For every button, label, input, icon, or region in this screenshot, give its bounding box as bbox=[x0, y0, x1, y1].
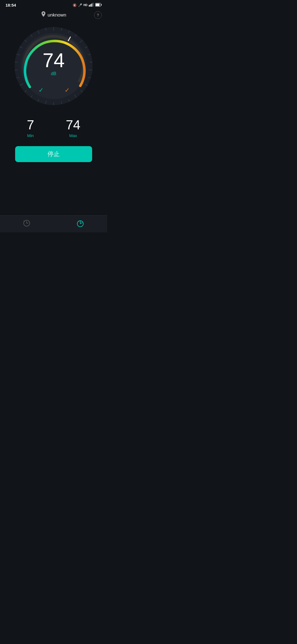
max-stat: 74 Max bbox=[66, 118, 80, 138]
svg-rect-3 bbox=[93, 3, 94, 7]
svg-rect-2 bbox=[91, 4, 92, 7]
max-label: Max bbox=[66, 133, 80, 138]
svg-text:✓: ✓ bbox=[65, 87, 70, 94]
min-label: Min bbox=[27, 133, 34, 138]
status-time: 18:54 bbox=[6, 3, 16, 7]
svg-rect-6 bbox=[96, 4, 100, 6]
status-icons: 🔇 🎤 HD bbox=[73, 3, 102, 7]
min-stat: 7 Min bbox=[27, 118, 34, 138]
meter-icon bbox=[76, 219, 84, 229]
svg-line-48 bbox=[80, 223, 82, 224]
location-text: unknown bbox=[48, 12, 66, 18]
gauge-value: 74 bbox=[43, 50, 65, 70]
stop-button-label: 停止 bbox=[48, 150, 60, 158]
bottom-nav bbox=[0, 215, 107, 232]
svg-rect-5 bbox=[101, 4, 102, 6]
mute-icon: 🔇 bbox=[73, 3, 77, 7]
battery-icon bbox=[95, 3, 102, 7]
gauge-unit: dB bbox=[43, 71, 65, 76]
help-button[interactable]: ? bbox=[94, 11, 102, 19]
gauge-center: 74 dB bbox=[43, 50, 65, 76]
min-value: 7 bbox=[27, 118, 34, 132]
mic-icon: 🎤 bbox=[78, 3, 82, 7]
svg-rect-0 bbox=[89, 5, 90, 7]
svg-line-35 bbox=[15, 70, 18, 70]
help-icon: ? bbox=[97, 13, 99, 17]
app-header: unknown ? bbox=[0, 9, 107, 22]
svg-text:✓: ✓ bbox=[38, 87, 43, 94]
status-bar: 18:54 🔇 🎤 HD bbox=[0, 0, 107, 9]
nav-meter[interactable] bbox=[68, 217, 93, 231]
svg-line-36 bbox=[15, 62, 18, 62]
nav-history[interactable] bbox=[15, 217, 39, 231]
history-icon bbox=[23, 219, 31, 229]
gauge-container: ✓ ✓ bbox=[12, 25, 95, 107]
location-label: unknown bbox=[41, 11, 66, 19]
location-icon bbox=[41, 11, 46, 19]
signal-icon bbox=[89, 3, 94, 7]
hd-icon: HD bbox=[84, 4, 87, 7]
stop-button[interactable]: 停止 bbox=[15, 146, 92, 162]
svg-line-20 bbox=[90, 62, 92, 62]
svg-rect-1 bbox=[90, 4, 91, 7]
stats-row: 7 Min 74 Max bbox=[0, 116, 107, 146]
max-value: 74 bbox=[66, 118, 80, 132]
